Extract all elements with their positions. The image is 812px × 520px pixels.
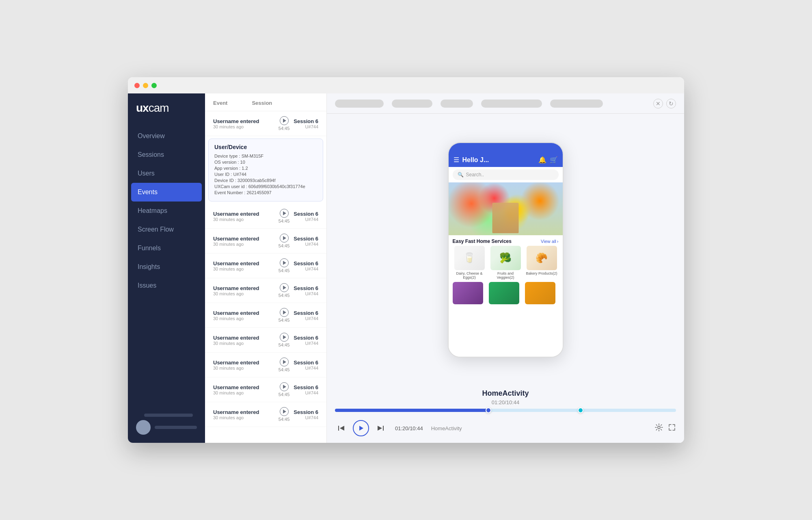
category-item[interactable]: 🥦 Fruits and Veggies(2) (489, 246, 523, 280)
list-item[interactable]: Username entered 30 minutes ago 54:45 Se… (205, 402, 326, 427)
event-session: Session 6 U#744 (294, 236, 318, 247)
play-button[interactable] (280, 258, 289, 267)
search-bar[interactable]: 🔍 Search.. (453, 169, 559, 180)
sidebar-item-funnels[interactable]: Funnels (128, 239, 205, 258)
event-play[interactable]: 54:45 (279, 209, 290, 223)
bottom-thumb-3[interactable] (525, 282, 555, 304)
sidebar-item-issues[interactable]: Issues (128, 276, 205, 295)
session-name: Session 6 (294, 384, 318, 390)
notification-icon[interactable]: 🔔 (538, 156, 546, 164)
sidebar-item-users[interactable]: Users (128, 164, 205, 183)
list-item[interactable]: Username entered 30 minutes ago 54:45 Se… (205, 303, 326, 328)
event-time: 30 minutes ago (213, 242, 274, 247)
player-activity: HomeActivity (431, 425, 462, 431)
progress-dot-left (486, 407, 491, 413)
event-play[interactable]: 54:45 (279, 407, 290, 422)
event-session: Session 6 U#744 (294, 285, 318, 296)
app-body: uxcam Overview Sessions Users Events Hea… (128, 93, 684, 443)
event-play[interactable]: 54:45 (279, 258, 290, 273)
play-button[interactable] (280, 358, 289, 366)
session-user: U#744 (294, 316, 318, 321)
list-item[interactable]: Username entered 30 minutes ago 54:45 Se… (205, 377, 326, 402)
main-content: ✕ ↻ ☰ Hello J... 🔔 (327, 93, 684, 443)
list-item[interactable]: Username entered 30 minutes ago 54:45 Se… (205, 278, 326, 303)
event-session: Session 6 U#744 (294, 118, 318, 129)
event-name: Username entered (213, 384, 274, 390)
cart-icon[interactable]: 🛒 (550, 156, 558, 164)
play-button[interactable] (280, 283, 289, 292)
category-item[interactable]: 🥐 Bakery Products(2) (525, 246, 559, 280)
os-version: OS version : 10 (214, 160, 317, 165)
play-pause-button[interactable] (353, 420, 369, 436)
event-play[interactable]: 54:45 (279, 283, 290, 298)
event-duration: 54:45 (279, 219, 290, 223)
maximize-button[interactable] (151, 83, 157, 88)
list-item[interactable]: Username entered 30 minutes ago 54:45 Se… (205, 111, 326, 136)
svg-point-5 (658, 426, 660, 429)
event-duration: 54:45 (279, 268, 290, 273)
minimize-button[interactable] (143, 83, 148, 88)
hamburger-icon[interactable]: ☰ (454, 156, 459, 164)
category-item[interactable]: 🥛 Dairy, Cheese & Eggs(2) (453, 246, 486, 280)
play-button[interactable] (280, 308, 289, 317)
category-thumb-fruits: 🥦 (490, 246, 521, 270)
event-info: Username entered 30 minutes ago (213, 335, 274, 346)
event-play[interactable]: 54:45 (279, 308, 290, 323)
sidebar-item-insights[interactable]: Insights (128, 258, 205, 276)
event-play[interactable]: 54:45 (279, 333, 290, 347)
player-right-controls (655, 423, 676, 433)
sidebar-item-heatmaps[interactable]: Heatmaps (128, 202, 205, 220)
grocery-bag (492, 203, 519, 233)
sidebar-item-sessions[interactable]: Sessions (128, 145, 205, 164)
header-close-icon[interactable]: ✕ (653, 99, 663, 108)
play-button[interactable] (280, 116, 289, 125)
app-window: uxcam Overview Sessions Users Events Hea… (128, 77, 684, 443)
event-play[interactable]: 54:45 (279, 116, 290, 131)
progress-dot-right (578, 407, 583, 413)
logo-text: uxcam (136, 102, 169, 114)
event-time: 30 minutes ago (213, 316, 274, 321)
event-play[interactable]: 54:45 (279, 234, 290, 248)
event-play[interactable]: 54:45 (279, 382, 290, 397)
header-refresh-icon[interactable]: ↻ (666, 99, 676, 108)
session-name: Session 6 (294, 211, 318, 217)
play-button[interactable] (280, 407, 289, 416)
event-duration: 54:45 (279, 318, 290, 323)
list-item[interactable]: Username entered 30 minutes ago 54:45 Se… (205, 254, 326, 278)
events-header: Event Session (205, 93, 326, 111)
list-item[interactable]: Username entered 30 minutes ago 54:45 Se… (205, 229, 326, 254)
svg-rect-0 (338, 426, 339, 431)
view-all-link[interactable]: View all › (541, 239, 558, 244)
bottom-thumb-1[interactable] (453, 282, 483, 304)
session-name: Session 6 (294, 409, 318, 415)
play-button[interactable] (280, 234, 289, 243)
progress-bar[interactable] (335, 409, 676, 412)
device-card-title: User/Device (214, 144, 317, 150)
event-info: Username entered 30 minutes ago (213, 384, 274, 395)
sidebar-footer (128, 405, 205, 443)
event-duration: 54:45 (279, 417, 290, 422)
play-button[interactable] (280, 333, 289, 342)
close-button[interactable] (134, 83, 140, 88)
event-play[interactable]: 54:45 (279, 358, 290, 372)
sidebar-item-screenflow[interactable]: Screen Flow (128, 220, 205, 239)
event-time: 30 minutes ago (213, 291, 274, 296)
app-header-right: 🔔 🛒 (538, 156, 558, 164)
hero-bg (449, 182, 563, 235)
event-duration: 54:45 (279, 126, 290, 131)
section-title-text: Easy Fast Home Services (453, 238, 512, 244)
event-session: Session 6 U#744 (294, 360, 318, 370)
sidebar-item-overview[interactable]: Overview (128, 127, 205, 145)
list-item[interactable]: Username entered 30 minutes ago 54:45 Se… (205, 353, 326, 377)
play-button[interactable] (280, 209, 289, 218)
list-item[interactable]: Username entered 30 minutes ago 54:45 Se… (205, 204, 326, 229)
skip-forward-button[interactable] (374, 422, 387, 435)
session-name: Session 6 (294, 236, 318, 242)
list-item[interactable]: Username entered 30 minutes ago 54:45 Se… (205, 328, 326, 353)
sidebar-item-events[interactable]: Events (131, 183, 202, 202)
fullscreen-button[interactable] (668, 423, 676, 433)
bottom-thumb-2[interactable] (489, 282, 519, 304)
skip-back-button[interactable] (335, 422, 348, 435)
play-button[interactable] (280, 382, 289, 391)
settings-button[interactable] (655, 423, 663, 433)
